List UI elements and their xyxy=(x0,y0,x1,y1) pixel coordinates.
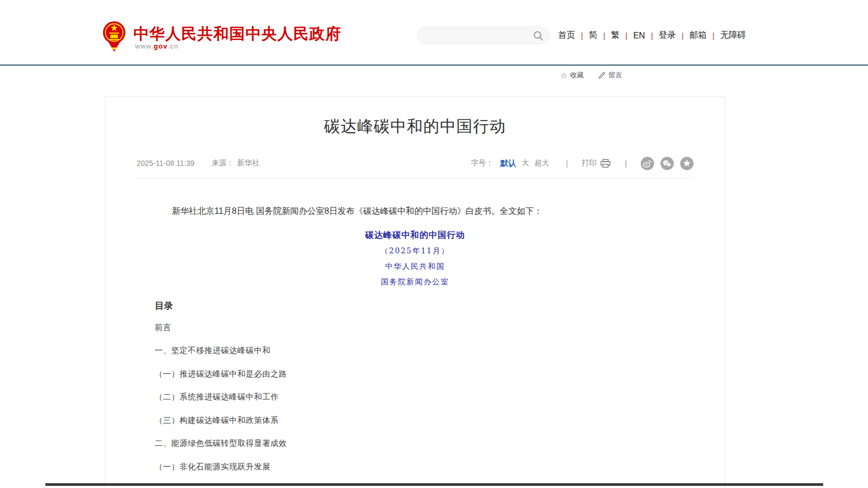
toc-heading: 目录 xyxy=(155,300,173,312)
article-card: 碳达峰碳中和的中国行动 2025-11-08 11:39 来源： 新华社 字号：… xyxy=(105,96,725,488)
toc-item: （一）推进碳达峰碳中和是必由之路 xyxy=(155,369,287,379)
document-org-line1: 中华人民共和国 xyxy=(106,262,724,271)
nav-separator: | xyxy=(682,31,684,40)
favorite-star-icon: ☆ xyxy=(560,71,567,79)
nav-login[interactable]: 登录 xyxy=(659,30,676,41)
toc-item: 一、坚定不移推进碳达峰碳中和 xyxy=(155,346,270,356)
document-title: 碳达峰碳中和的中国行动 xyxy=(106,230,724,241)
nav-mail[interactable]: 邮箱 xyxy=(689,30,706,41)
national-emblem-icon xyxy=(102,21,126,52)
article-title: 碳达峰碳中和的中国行动 xyxy=(106,116,724,138)
meta-separator: | xyxy=(625,159,627,167)
nav-simplified[interactable]: 简 xyxy=(589,30,598,41)
printer-icon xyxy=(600,159,611,168)
search-input[interactable] xyxy=(426,27,533,44)
article-meta-row: 2025-11-08 11:39 来源： 新华社 字号： 默认 大 超大 | 打… xyxy=(137,155,694,171)
toc-item: 二、能源绿色低碳转型取得显著成效 xyxy=(155,438,287,449)
top-nav: 首页 | 简 | 繁 | EN | 登录 | 邮箱 | 无障碍 xyxy=(558,30,746,41)
nav-english[interactable]: EN xyxy=(633,31,645,41)
nav-separator: | xyxy=(712,31,714,40)
search-icon[interactable] xyxy=(533,30,544,41)
toc-item: 前言 xyxy=(155,323,171,333)
fontsize-default-button[interactable]: 默认 xyxy=(500,158,516,169)
nav-accessibility[interactable]: 无障碍 xyxy=(720,30,746,41)
meta-right: 字号： 默认 大 超大 | 打印 | xyxy=(471,157,694,170)
fontsize-large-button[interactable]: 大 xyxy=(522,158,529,168)
meta-divider xyxy=(137,178,694,178)
nav-traditional[interactable]: 繁 xyxy=(611,30,619,41)
fontsize-xlarge-button[interactable]: 超大 xyxy=(535,158,550,168)
fontsize-label: 字号： xyxy=(471,158,493,168)
favorite-button[interactable]: ☆ 收藏 xyxy=(560,70,584,80)
source-value: 新华社 xyxy=(237,158,259,168)
nav-separator: | xyxy=(625,31,627,40)
message-button[interactable]: 留言 xyxy=(599,70,622,80)
national-emblem-logo[interactable] xyxy=(102,21,126,52)
wechat-share-icon[interactable] xyxy=(660,157,674,170)
meta-left: 2025-11-08 11:39 来源： 新华社 xyxy=(137,158,259,168)
favorite-label: 收藏 xyxy=(570,70,584,80)
print-label: 打印 xyxy=(582,158,596,168)
nav-home[interactable]: 首页 xyxy=(558,30,575,41)
site-url[interactable]: www.gov.cn xyxy=(135,42,179,50)
share-icons xyxy=(641,157,694,170)
publish-date: 2025-11-08 11:39 xyxy=(137,159,194,167)
message-label: 留言 xyxy=(608,70,622,80)
meta-separator: | xyxy=(566,159,568,167)
search-box[interactable] xyxy=(417,27,550,44)
nav-separator: | xyxy=(651,31,653,40)
document-org-line2: 国务院新闻办公室 xyxy=(106,277,724,287)
source-label: 来源： xyxy=(211,158,234,168)
toc-item: （一）非化石能源实现跃升发展 xyxy=(155,462,270,472)
page: 中华人民共和国中央人民政府 www.gov.cn 首页 | 简 | 繁 | EN… xyxy=(0,0,868,488)
toc-item: （三）构建碳达峰碳中和政策体系 xyxy=(155,415,279,426)
quick-links: ☆ 收藏 留言 xyxy=(560,70,622,80)
header-divider xyxy=(0,65,868,66)
document-date: （2025年11月） xyxy=(106,246,724,256)
more-share-star-icon[interactable] xyxy=(680,157,694,170)
weibo-share-icon[interactable] xyxy=(641,157,654,170)
pencil-icon xyxy=(599,71,606,79)
lead-paragraph: 新华社北京11月8日电 国务院新闻办公室8日发布《碳达峰碳中和的中国行动》白皮书… xyxy=(155,204,675,218)
site-title[interactable]: 中华人民共和国中央人民政府 xyxy=(133,23,341,45)
nav-separator: | xyxy=(581,31,583,40)
print-button[interactable]: 打印 xyxy=(582,158,611,168)
nav-separator: | xyxy=(603,31,606,40)
toc-item: （二）系统推进碳达峰碳中和工作 xyxy=(155,392,279,402)
bottom-edge-bar xyxy=(45,483,823,486)
